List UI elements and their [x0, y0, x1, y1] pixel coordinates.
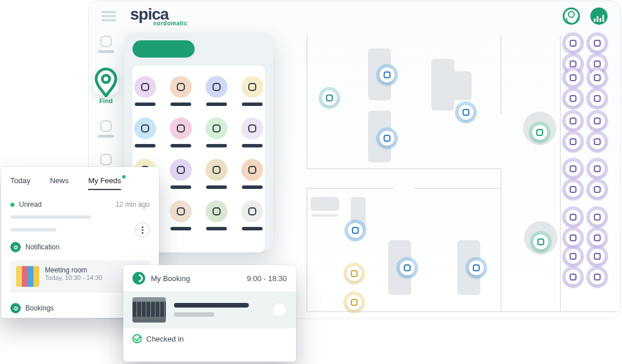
slider-knob[interactable] — [272, 302, 287, 317]
seat[interactable] — [348, 223, 363, 238]
seat[interactable] — [566, 91, 581, 106]
tab-news[interactable]: News — [50, 176, 69, 189]
booking-card: My Booking 9:00 - 18:30 Checked in — [123, 265, 296, 362]
user-icon[interactable] — [563, 7, 580, 25]
swatch[interactable] — [131, 76, 159, 106]
swatch-label-bar — [170, 144, 191, 147]
swatch-circle — [206, 76, 227, 98]
swatch[interactable] — [167, 76, 195, 106]
tab-my-feeds[interactable]: My Feeds — [88, 176, 121, 189]
seat[interactable] — [590, 91, 605, 106]
wall — [306, 311, 617, 312]
seat[interactable] — [380, 131, 395, 146]
swatch-action-pill[interactable] — [132, 40, 195, 58]
seat[interactable] — [380, 67, 395, 82]
auditorium-block — [566, 36, 608, 71]
swatch[interactable] — [167, 200, 195, 230]
seat[interactable] — [533, 234, 548, 249]
seat[interactable] — [590, 249, 605, 264]
seat[interactable] — [400, 260, 415, 275]
wall — [500, 188, 502, 312]
feeds-tabs: Today News My Feeds — [1, 167, 159, 190]
desk[interactable] — [310, 197, 339, 211]
swatch-circle — [241, 76, 263, 98]
swatch[interactable] — [238, 76, 266, 106]
rail-item-placeholder[interactable] — [93, 36, 119, 53]
status-dot-icon — [10, 203, 14, 207]
placeholder-line — [10, 228, 56, 232]
seat[interactable] — [347, 266, 362, 281]
booking-status: Checked in — [146, 335, 184, 343]
notification-row: Notification — [10, 237, 150, 257]
side-rail: Find — [93, 36, 119, 171]
swatch-label-bar — [135, 144, 156, 147]
swatch[interactable] — [238, 117, 266, 147]
seat[interactable] — [566, 182, 581, 197]
desk[interactable] — [443, 71, 472, 100]
swatch[interactable] — [238, 200, 266, 230]
unread-label: Unread — [19, 200, 41, 208]
swatch-circle — [170, 76, 192, 98]
seat[interactable] — [566, 249, 581, 264]
swatch[interactable] — [167, 117, 195, 147]
seat[interactable] — [469, 260, 484, 275]
seat[interactable] — [590, 161, 605, 176]
desk[interactable] — [312, 214, 338, 217]
booking-progress — [174, 303, 264, 317]
swatch[interactable] — [131, 117, 159, 147]
swatch-circle — [134, 117, 156, 139]
tab-today[interactable]: Today — [10, 176, 31, 189]
seat[interactable] — [590, 113, 605, 128]
seat[interactable] — [590, 36, 605, 51]
avatar-icon — [132, 272, 145, 285]
swatch[interactable] — [203, 117, 230, 147]
auditorium-block — [566, 210, 608, 245]
check-icon — [132, 334, 142, 343]
seat[interactable] — [322, 90, 337, 105]
seat[interactable] — [566, 70, 581, 85]
swatch[interactable] — [203, 200, 230, 230]
svg-point-0 — [103, 75, 110, 83]
wall — [306, 188, 393, 189]
parking-thumbnail — [132, 297, 166, 323]
swatch[interactable] — [167, 159, 195, 189]
seat[interactable] — [566, 161, 581, 176]
seat[interactable] — [590, 70, 605, 85]
seat[interactable] — [590, 210, 605, 225]
swatch-circle — [206, 117, 227, 139]
org-icon[interactable] — [590, 7, 608, 25]
seat[interactable] — [566, 230, 581, 245]
seat[interactable] — [458, 105, 473, 120]
rail-find-label: Find — [99, 97, 112, 104]
swatch-label-bar — [242, 185, 263, 189]
wall — [306, 168, 501, 169]
booking-time: 9:00 - 18:30 — [247, 274, 287, 283]
unread-dot-icon — [122, 175, 126, 179]
time-ago: 12 min ago — [116, 200, 150, 208]
seat[interactable] — [566, 270, 581, 285]
booking-body[interactable] — [123, 291, 296, 328]
seat[interactable] — [532, 125, 547, 140]
booking-title: My Booking — [151, 274, 190, 283]
seat[interactable] — [566, 210, 581, 225]
meeting-subtitle: Today, 10:30 - 14:30 — [45, 274, 102, 281]
seat[interactable] — [590, 230, 605, 245]
seat[interactable] — [590, 134, 605, 149]
seat[interactable] — [590, 270, 605, 285]
brand-logo: spica nordomatic — [130, 6, 187, 26]
seat[interactable] — [566, 134, 581, 149]
menu-icon[interactable] — [101, 11, 116, 21]
rail-item-find[interactable]: Find — [93, 69, 119, 104]
seat[interactable] — [590, 182, 605, 197]
swatch-label-bar — [242, 227, 263, 230]
seat[interactable] — [566, 36, 581, 51]
more-icon[interactable] — [135, 222, 150, 237]
rail-item-placeholder[interactable] — [93, 120, 119, 138]
swatch[interactable] — [203, 159, 230, 189]
seat[interactable] — [347, 295, 362, 310]
seat[interactable] — [590, 56, 605, 71]
swatch[interactable] — [203, 76, 230, 106]
swatch[interactable] — [238, 159, 266, 189]
seat[interactable] — [566, 113, 581, 128]
seat[interactable] — [566, 56, 581, 71]
